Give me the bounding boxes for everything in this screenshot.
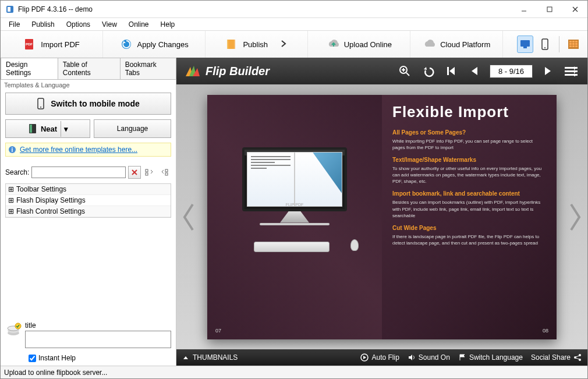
cloud-icon <box>423 38 435 51</box>
import-pdf-button[interactable]: PDF Import PDF <box>1 31 103 58</box>
svg-rect-1 <box>8 7 10 12</box>
flipbook-toolbar: Flip Builder 8 - 9/16 <box>176 58 587 84</box>
titlebar: Flip PDF 4.3.16 -- demo <box>1 1 587 18</box>
tab-bookmark-tabs[interactable]: Bookmark Tabs <box>120 58 176 79</box>
upload-online-button[interactable]: Upload Online <box>308 31 410 58</box>
tree-toolbar-settings[interactable]: ⊞Toolbar Settings <box>6 184 171 195</box>
section-text: If there is landscape page in portrait P… <box>392 233 546 246</box>
desktop-icon <box>519 39 531 49</box>
menu-file[interactable]: File <box>4 19 24 30</box>
mobile-icon <box>541 38 549 50</box>
publish-button[interactable]: Publish <box>206 31 308 58</box>
language-button[interactable]: Language <box>94 119 171 138</box>
apply-changes-button[interactable]: Apply Changes <box>103 31 206 58</box>
tab-design-settings[interactable]: Design Settings <box>1 58 58 79</box>
clear-search-button[interactable] <box>128 166 141 179</box>
publish-icon <box>225 38 238 51</box>
svg-rect-16 <box>569 41 572 42</box>
upload-online-label: Upload Online <box>344 40 392 49</box>
svg-rect-18 <box>575 41 578 42</box>
auto-flip-button[interactable]: Auto Flip <box>360 353 399 362</box>
minimize-button[interactable] <box>516 3 532 15</box>
section-heading: Cut Wide Pages <box>392 225 546 231</box>
mobile-view-button[interactable] <box>537 36 553 53</box>
plus-icon: ⊞ <box>8 207 14 215</box>
svg-point-26 <box>40 107 41 108</box>
theme-name: Neat <box>41 125 57 133</box>
title-textarea[interactable] <box>25 331 171 348</box>
zoom-in-button[interactable] <box>396 63 413 79</box>
svg-point-14 <box>544 47 546 48</box>
expand-all-button[interactable] <box>143 166 156 179</box>
mobile-icon <box>37 98 45 109</box>
thumbnails-button[interactable]: THUMBNAILS <box>182 353 352 362</box>
next-page-button[interactable] <box>540 63 556 79</box>
svg-text:PDF: PDF <box>26 42 33 46</box>
tab-table-of-contents[interactable]: Table of Contents <box>58 58 121 79</box>
window-title: Flip PDF 4.3.16 -- demo <box>18 5 516 13</box>
menu-view[interactable]: View <box>97 19 122 30</box>
left-page-number: 07 <box>215 328 221 334</box>
first-page-button[interactable] <box>443 63 459 79</box>
switch-mobile-label: Switch to mobile mode <box>51 99 139 108</box>
more-templates-link[interactable]: Get more free online templates here... <box>20 146 137 154</box>
cloud-upload-icon <box>327 38 339 51</box>
section-heading: Text/Image/Shape Watermarks <box>392 157 546 163</box>
chevron-up-icon <box>182 354 189 361</box>
svg-rect-45 <box>447 67 449 75</box>
grid-icon <box>568 40 579 49</box>
plus-icon: ⊞ <box>8 185 14 193</box>
instant-help-label: Instant Help <box>38 354 76 362</box>
plus-icon: ⊞ <box>8 196 14 204</box>
collapse-icon <box>160 168 169 177</box>
main-toolbar: PDF Import PDF Apply Changes Publish Upl… <box>1 31 587 58</box>
svg-rect-36 <box>165 173 168 175</box>
sound-button[interactable]: Sound On <box>408 353 450 362</box>
page-headline: Flexible Import <box>392 103 546 121</box>
book-prev-arrow[interactable] <box>180 200 196 235</box>
sound-label: Sound On <box>419 353 450 362</box>
desktop-view-button[interactable] <box>517 36 533 53</box>
theme-selector[interactable]: Neat ▾ <box>5 119 90 138</box>
svg-rect-20 <box>572 43 575 45</box>
instant-help-checkbox[interactable] <box>29 355 36 362</box>
flipbook[interactable]: FLIP PDF 07 Flexible Import All Pages or… <box>207 95 557 339</box>
tree-flash-control[interactable]: ⊞Flash Control Settings <box>6 206 171 217</box>
mouse-graphic <box>350 239 359 251</box>
close-button[interactable] <box>568 3 583 15</box>
close-icon <box>132 169 137 175</box>
tree-flash-display[interactable]: ⊞Flash Display Settings <box>6 195 171 206</box>
switch-mobile-button[interactable]: Switch to mobile mode <box>5 93 171 115</box>
menu-publish[interactable]: Publish <box>27 19 59 30</box>
svg-rect-33 <box>146 169 148 172</box>
search-input[interactable] <box>31 167 126 178</box>
grid-view-button[interactable] <box>565 36 582 53</box>
collapse-all-button[interactable] <box>158 166 171 179</box>
social-share-button[interactable]: Social Share <box>531 353 582 362</box>
switch-language-button[interactable]: Switch Language <box>458 353 523 362</box>
undo-button[interactable] <box>420 63 436 79</box>
refresh-icon <box>120 38 133 51</box>
prev-page-button[interactable] <box>466 63 483 79</box>
svg-rect-34 <box>146 173 148 175</box>
pdf-icon: PDF <box>23 38 36 51</box>
section-text: While importing PDF into Flip PDF, you c… <box>392 138 546 151</box>
cloud-platform-button[interactable]: Cloud Platform <box>410 31 503 58</box>
svg-rect-17 <box>572 41 575 42</box>
menu-help[interactable]: Help <box>156 19 180 30</box>
menu-online[interactable]: Online <box>124 19 154 30</box>
left-panel: Design Settings Table of Contents Bookma… <box>1 58 176 366</box>
more-templates-bar: i Get more free online templates here... <box>5 143 171 157</box>
monitor-label: FLIP PDF <box>245 203 345 207</box>
svg-rect-19 <box>569 43 572 45</box>
book-next-arrow[interactable] <box>568 200 584 235</box>
menu-button[interactable] <box>563 63 579 79</box>
menu-options[interactable]: Options <box>62 19 95 30</box>
maximize-button[interactable] <box>542 3 557 15</box>
flipbook-bottom-bar: THUMBNAILS Auto Flip Sound On Switch Lan… <box>176 349 587 366</box>
templates-language-label: Templates & Language <box>1 80 176 90</box>
first-page-icon <box>445 65 457 77</box>
expand-icon <box>145 168 154 177</box>
page-indicator[interactable]: 8 - 9/16 <box>490 65 533 78</box>
switch-lang-label: Switch Language <box>469 353 523 362</box>
